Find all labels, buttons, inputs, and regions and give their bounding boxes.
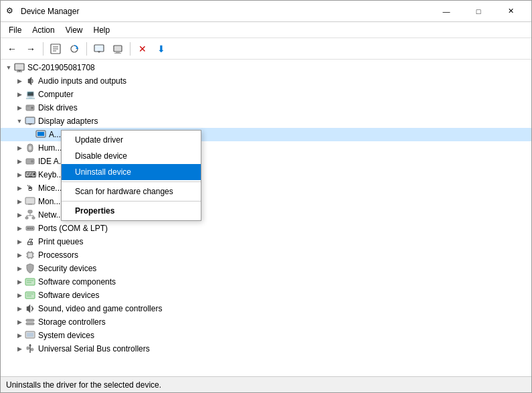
netw-toggle[interactable]: ▶ xyxy=(14,210,25,220)
svg-rect-24 xyxy=(37,132,44,136)
ports-toggle[interactable]: ▶ xyxy=(14,223,25,234)
tree-item-system[interactable]: ▶ System devices xyxy=(1,329,531,342)
disk-icon xyxy=(25,102,35,113)
minimize-button[interactable]: — xyxy=(431,3,462,20)
sound-toggle[interactable]: ▶ xyxy=(14,303,25,314)
svg-rect-55 xyxy=(25,292,35,299)
status-bar: Uninstalls the driver for the selected d… xyxy=(1,376,531,392)
sound-icon xyxy=(25,303,35,314)
toolbar: ← → xyxy=(1,38,531,60)
print-toggle[interactable]: ▶ xyxy=(14,236,25,247)
computer-toggle[interactable]: ▶ xyxy=(14,89,25,100)
context-disable-device[interactable]: Disable device xyxy=(62,148,201,164)
monitor-button[interactable] xyxy=(90,40,108,58)
svg-point-18 xyxy=(31,107,33,108)
svg-rect-64 xyxy=(27,347,29,349)
proc-toggle[interactable]: ▶ xyxy=(14,250,25,260)
delete-button[interactable]: ✕ xyxy=(134,40,151,58)
ports-label: Ports (COM & LPT) xyxy=(38,224,108,233)
root-toggle[interactable]: ▼ xyxy=(3,62,14,73)
mice-icon: 🖱 xyxy=(25,183,35,193)
svg-rect-52 xyxy=(25,279,35,285)
scan-button[interactable] xyxy=(66,40,83,58)
software-dev-toggle[interactable]: ▶ xyxy=(14,290,25,301)
storage-toggle[interactable]: ▶ xyxy=(14,317,25,327)
computer-button[interactable] xyxy=(109,40,126,58)
menu-help[interactable]: Help xyxy=(88,22,116,37)
keyb-label: Keyb... xyxy=(38,170,63,179)
svg-point-41 xyxy=(31,228,33,229)
security-toggle[interactable]: ▶ xyxy=(14,263,25,274)
svg-rect-32 xyxy=(25,217,28,219)
proc-icon xyxy=(25,250,35,260)
display-child-icon xyxy=(35,129,46,140)
toolbar-separator-1 xyxy=(43,42,43,56)
tree-item-print[interactable]: ▶ 🖨 Print queues xyxy=(1,235,531,248)
context-properties[interactable]: Properties xyxy=(62,203,201,219)
ide-icon xyxy=(25,156,35,167)
tree-item-software-dev[interactable]: ▶ Software devices xyxy=(1,289,531,302)
svg-point-40 xyxy=(29,228,31,229)
disk-toggle[interactable]: ▶ xyxy=(14,102,25,113)
window-controls: — □ ✕ xyxy=(431,3,526,20)
print-icon: 🖨 xyxy=(25,236,35,247)
root-icon xyxy=(14,62,25,73)
svg-rect-43 xyxy=(28,253,32,257)
system-label: System devices xyxy=(38,331,94,340)
tree-item-ports[interactable]: ▶ Ports (COM & LPT) xyxy=(1,222,531,235)
software-comp-toggle[interactable]: ▶ xyxy=(14,277,25,287)
system-toggle[interactable]: ▶ xyxy=(14,330,25,341)
menu-action[interactable]: Action xyxy=(27,22,60,37)
tree-item-security[interactable]: ▶ Security devices xyxy=(1,262,531,275)
maximize-button[interactable]: □ xyxy=(463,3,494,20)
usb-toggle[interactable]: ▶ xyxy=(14,343,25,354)
svg-rect-20 xyxy=(25,117,35,124)
system-icon xyxy=(25,330,35,341)
tree-item-usb[interactable]: ▶ Universal Serial Bus controllers xyxy=(1,342,531,356)
context-uninstall-device[interactable]: Uninstall device xyxy=(62,164,201,180)
keyb-toggle[interactable]: ▶ xyxy=(14,169,25,180)
tree-item-audio[interactable]: ▶ Audio inputs and outputs xyxy=(1,74,531,88)
ports-icon xyxy=(25,223,35,234)
software-dev-icon xyxy=(25,290,35,301)
proc-label: Processors xyxy=(38,250,78,260)
tree-item-proc[interactable]: ▶ Processors xyxy=(1,248,531,262)
back-button[interactable]: ← xyxy=(3,40,21,58)
context-separator-1 xyxy=(62,181,201,182)
close-button[interactable]: ✕ xyxy=(495,3,526,20)
tree-item-software-comp[interactable]: ▶ Software components xyxy=(1,275,531,289)
svg-rect-9 xyxy=(114,46,122,52)
tree-item-storage[interactable]: ▶ Storage controllers xyxy=(1,315,531,329)
svg-point-66 xyxy=(31,348,33,351)
display-child-label: A... xyxy=(49,130,61,139)
mice-toggle[interactable]: ▶ xyxy=(14,183,25,193)
properties-button[interactable] xyxy=(47,40,64,58)
mon-toggle[interactable]: ▶ xyxy=(14,196,25,207)
context-scan-hardware[interactable]: Scan for hardware changes xyxy=(62,183,201,200)
title-bar: ⚙ Device Manager — □ ✕ xyxy=(1,1,531,22)
storage-label: Storage controllers xyxy=(38,317,106,327)
software-comp-icon xyxy=(25,277,35,287)
menu-file[interactable]: File xyxy=(3,22,27,37)
tree-root[interactable]: ▼ SC-201905081708 xyxy=(1,61,531,74)
display-toggle[interactable]: ▼ xyxy=(14,116,25,127)
ide-toggle[interactable]: ▶ xyxy=(14,156,25,167)
display-label: Display adapters xyxy=(38,116,98,126)
svg-rect-10 xyxy=(116,52,120,53)
svg-rect-6 xyxy=(94,45,104,52)
tree-item-computer[interactable]: ▶ 💻 Computer xyxy=(1,88,531,101)
audio-toggle[interactable]: ▶ xyxy=(14,76,25,86)
security-icon xyxy=(25,263,35,274)
menu-view[interactable]: View xyxy=(60,22,88,37)
tree-item-sound[interactable]: ▶ Sound, video and game controllers xyxy=(1,302,531,315)
tree-item-display[interactable]: ▼ Display adapters xyxy=(1,114,531,128)
svg-rect-29 xyxy=(25,198,35,204)
display-child-spacer xyxy=(25,129,35,140)
hum-toggle[interactable]: ▶ xyxy=(14,143,25,153)
svg-rect-59 xyxy=(26,323,34,325)
audio-label: Audio inputs and outputs xyxy=(38,76,126,86)
install-button[interactable]: ⬇ xyxy=(153,40,170,58)
tree-item-disk[interactable]: ▶ Disk drives xyxy=(1,101,531,114)
context-update-driver[interactable]: Update driver xyxy=(62,132,201,148)
forward-button[interactable]: → xyxy=(22,40,39,58)
